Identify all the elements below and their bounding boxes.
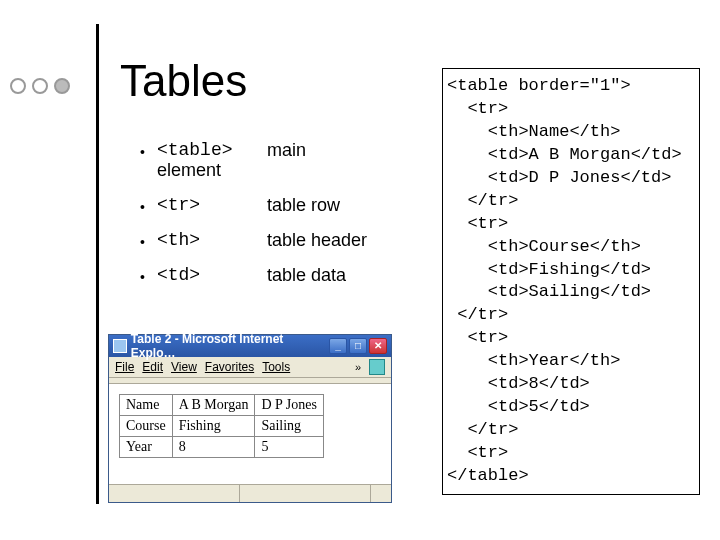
status-segment — [109, 485, 240, 502]
window-buttons: _ □ ✕ — [329, 338, 387, 354]
bullet-desc: table data — [267, 265, 346, 286]
bullet-dot-icon: • — [140, 199, 145, 215]
table-row: Year 8 5 — [120, 437, 324, 458]
slide-decoration — [10, 78, 70, 94]
menu-view[interactable]: View — [171, 360, 197, 374]
bullet-tag-text: <table> — [157, 140, 233, 160]
table-data-cell: Fishing — [172, 416, 255, 437]
bullet-tag-sub: element — [157, 160, 267, 181]
status-segment — [240, 485, 371, 502]
browser-titlebar[interactable]: Table 2 - Microsoft Internet Explo… _ □ … — [109, 335, 391, 357]
table-data-cell: 5 — [255, 437, 324, 458]
ie-logo-icon — [369, 359, 385, 375]
bullet-dot-icon: • — [140, 269, 145, 285]
table-row: Name A B Morgan D P Jones — [120, 395, 324, 416]
bullet-list: • <table> element main • <tr> table row … — [140, 140, 400, 300]
table-data-cell: A B Morgan — [172, 395, 255, 416]
resize-grip-icon[interactable] — [371, 485, 391, 502]
browser-statusbar — [109, 484, 391, 502]
decoration-dot — [32, 78, 48, 94]
bullet-tag: <table> element — [157, 140, 267, 181]
ie-icon — [113, 339, 127, 353]
browser-content: Name A B Morgan D P Jones Course Fishing… — [109, 384, 391, 484]
menu-favorites[interactable]: Favorites — [205, 360, 254, 374]
bullet-item: • <td> table data — [140, 265, 400, 286]
bullet-tag: <td> — [157, 265, 267, 285]
table-data-cell: Sailing — [255, 416, 324, 437]
bullet-tag: <th> — [157, 230, 267, 250]
decoration-dot — [54, 78, 70, 94]
decoration-dot — [10, 78, 26, 94]
bullet-item: • <tr> table row — [140, 195, 400, 216]
page-title: Tables — [120, 56, 247, 106]
bullet-dot-icon: • — [140, 234, 145, 250]
table-header-cell: Course — [120, 416, 173, 437]
bullet-desc: table header — [267, 230, 367, 251]
table-data-cell: D P Jones — [255, 395, 324, 416]
bullet-dot-icon: • — [140, 144, 145, 160]
browser-window: Table 2 - Microsoft Internet Explo… _ □ … — [108, 334, 392, 503]
bullet-desc: main — [267, 140, 306, 161]
table-header-cell: Name — [120, 395, 173, 416]
menu-edit[interactable]: Edit — [142, 360, 163, 374]
bullet-item: • <table> element main — [140, 140, 400, 181]
bullet-item: • <th> table header — [140, 230, 400, 251]
bullet-tag: <tr> — [157, 195, 267, 215]
close-button[interactable]: ✕ — [369, 338, 387, 354]
table-header-cell: Year — [120, 437, 173, 458]
browser-menubar: File Edit View Favorites Tools » — [109, 357, 391, 378]
menu-tools[interactable]: Tools — [262, 360, 290, 374]
code-listing: <table border="1"> <tr> <th>Name</th> <t… — [442, 68, 700, 495]
vertical-rule — [96, 24, 99, 504]
slide: Tables • <table> element main • <tr> tab… — [0, 0, 720, 540]
rendered-html-table: Name A B Morgan D P Jones Course Fishing… — [119, 394, 324, 458]
menu-more[interactable]: » — [355, 361, 361, 373]
menu-file[interactable]: File — [115, 360, 134, 374]
table-row: Course Fishing Sailing — [120, 416, 324, 437]
maximize-button[interactable]: □ — [349, 338, 367, 354]
table-data-cell: 8 — [172, 437, 255, 458]
window-title: Table 2 - Microsoft Internet Explo… — [131, 332, 329, 360]
bullet-desc: table row — [267, 195, 340, 216]
minimize-button[interactable]: _ — [329, 338, 347, 354]
